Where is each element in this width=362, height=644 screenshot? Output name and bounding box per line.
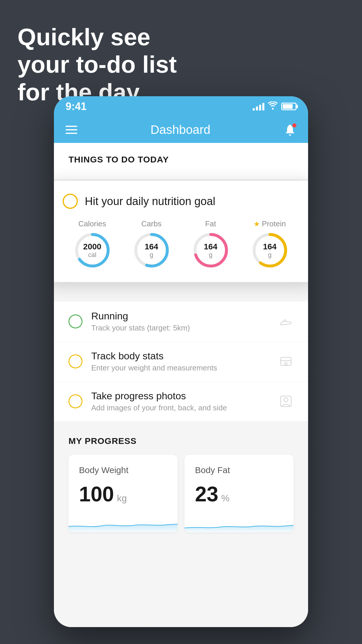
todo-text-stats: Track body stats Enter your weight and m… (91, 350, 270, 372)
calories-unit: cal (83, 251, 101, 258)
todo-circle-stats (68, 354, 82, 368)
shoe-icon (278, 314, 294, 329)
svg-point-10 (285, 363, 287, 365)
body-weight-card: Body Weight 100 kg (68, 455, 178, 532)
protein-value: 164 (263, 242, 277, 251)
nav-title: Dashboard (150, 123, 210, 137)
headline-line1: Quickly see (17, 23, 177, 51)
status-time: 9:41 (66, 100, 87, 113)
things-section-title: THINGS TO DO TODAY (68, 155, 294, 164)
star-icon: ★ (254, 220, 260, 228)
nutrition-calories: Calories 2000 cal (73, 219, 111, 269)
notification-dot (292, 123, 296, 127)
card-title-row: Hit your daily nutrition goal (63, 194, 299, 209)
todo-text-running: Running Track your stats (target: 5km) (91, 310, 270, 332)
nutrition-card: Hit your daily nutrition goal Calories (54, 181, 308, 282)
body-fat-card: Body Fat 23 % (184, 455, 294, 532)
fat-value: 164 (204, 242, 217, 251)
svg-rect-8 (281, 357, 291, 365)
body-weight-number: 100 (79, 482, 114, 506)
body-fat-title: Body Fat (195, 465, 283, 475)
progress-title: MY PROGRESS (68, 436, 294, 446)
nutrition-circles: Calories 2000 cal (63, 219, 299, 269)
protein-label: Protein (262, 219, 286, 228)
body-weight-value-row: 100 kg (79, 482, 167, 506)
phone-frame: 9:41 Dashboard (54, 96, 308, 627)
body-fat-sparkline (184, 512, 294, 532)
todo-name-running: Running (91, 310, 270, 322)
protein-circle: 164 g (251, 231, 289, 269)
carbs-value: 164 (145, 242, 158, 251)
hamburger-menu[interactable] (66, 126, 77, 134)
nav-bar: Dashboard (54, 117, 308, 143)
body-weight-title: Body Weight (79, 465, 167, 475)
todo-name-stats: Track body stats (91, 350, 270, 362)
fat-circle: 164 g (192, 231, 230, 269)
todo-text-photos: Take progress photos Add images of your … (91, 390, 270, 412)
todo-item-running[interactable]: Running Track your stats (target: 5km) (54, 302, 308, 342)
carbs-circle: 164 g (133, 231, 171, 269)
fat-label: Fat (205, 219, 216, 228)
calories-label: Calories (78, 219, 106, 228)
todo-item-photos[interactable]: Take progress photos Add images of your … (54, 382, 308, 421)
things-section: THINGS TO DO TODAY Hit your daily nutrit… (54, 143, 308, 179)
carbs-label: Carbs (141, 219, 161, 228)
headline-line2: your to-do list (17, 51, 177, 78)
body-fat-unit: % (221, 493, 229, 504)
content-area: THINGS TO DO TODAY Hit your daily nutrit… (54, 143, 308, 627)
card-title: Hit your daily nutrition goal (85, 195, 215, 208)
calories-circle: 2000 cal (73, 231, 111, 269)
body-fat-value-row: 23 % (195, 482, 283, 506)
progress-section: MY PROGRESS Body Weight 100 kg (54, 421, 308, 547)
svg-point-12 (284, 398, 288, 402)
progress-cards: Body Weight 100 kg (68, 455, 294, 532)
battery-icon (281, 103, 296, 110)
body-weight-unit: kg (117, 493, 127, 504)
headline: Quickly see your to-do list for the day. (17, 23, 177, 106)
todo-circle-running (68, 314, 82, 328)
status-icons (253, 102, 296, 112)
protein-label-row: ★ Protein (254, 219, 286, 228)
todo-list: Running Track your stats (target: 5km) T… (54, 302, 308, 421)
fat-unit: g (204, 251, 217, 258)
todo-desc-stats: Enter your weight and measurements (91, 363, 270, 372)
signal-bars-icon (253, 102, 264, 111)
bell-icon[interactable] (284, 123, 296, 136)
wifi-icon (268, 102, 278, 112)
protein-unit: g (263, 251, 277, 258)
nutrition-protein: ★ Protein 164 g (251, 219, 289, 269)
todo-circle-photos (68, 394, 82, 408)
scale-icon (278, 354, 294, 369)
nutrition-carbs: Carbs 164 g (133, 219, 171, 269)
todo-name-photos: Take progress photos (91, 390, 270, 402)
todo-desc-running: Track your stats (target: 5km) (91, 323, 270, 332)
person-icon (278, 394, 294, 409)
todo-circle-nutrition[interactable] (63, 194, 78, 209)
calories-value: 2000 (83, 242, 101, 251)
todo-item-stats[interactable]: Track body stats Enter your weight and m… (54, 342, 308, 382)
body-fat-number: 23 (195, 482, 218, 506)
todo-desc-photos: Add images of your front, back, and side (91, 403, 270, 412)
carbs-unit: g (145, 251, 158, 258)
nutrition-fat: Fat 164 g (192, 219, 230, 269)
status-bar: 9:41 (54, 96, 308, 117)
body-weight-sparkline (68, 512, 178, 532)
